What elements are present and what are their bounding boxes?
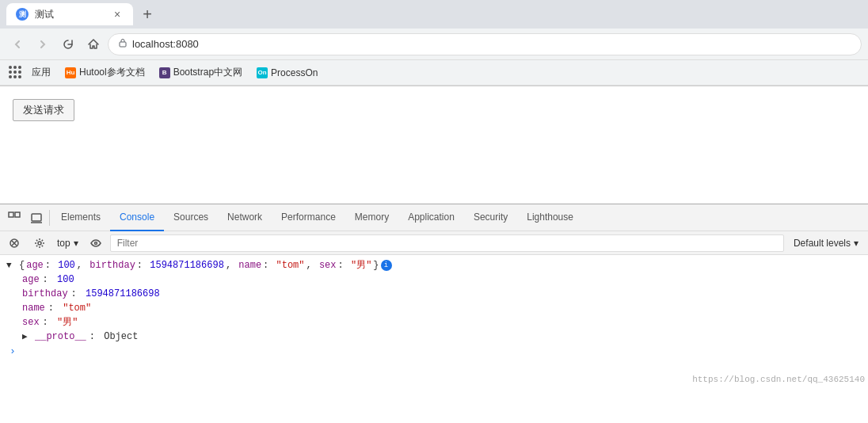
bookmark-processon-label: ProcessOn <box>271 67 318 78</box>
devtools-toolbar: Elements Console Sources Network Perform… <box>0 204 868 231</box>
console-expand-arrow[interactable]: ▼ <box>6 258 16 272</box>
tab-security[interactable]: Security <box>464 204 517 231</box>
prompt-arrow: › <box>10 345 16 357</box>
tab-title: 测试 <box>35 8 105 21</box>
send-request-button[interactable]: 发送请求 <box>13 99 74 121</box>
tab-lighthouse[interactable]: Lighthouse <box>517 204 583 231</box>
console-filter-input[interactable] <box>110 234 784 252</box>
proto-expand-arrow[interactable]: ▶ <box>22 330 32 344</box>
tab-console[interactable]: Console <box>110 204 164 231</box>
svg-point-6 <box>94 242 97 244</box>
property-age: age: 100 <box>22 272 862 287</box>
property-birthday: birthday: 1594871186698 <box>22 287 862 301</box>
console-settings-button[interactable] <box>29 232 51 254</box>
context-dropdown-arrow: ▾ <box>74 238 78 249</box>
watermark: https://blog.csdn.net/qq_43625140 <box>692 375 865 384</box>
title-bar: 测 测试 × + <box>0 0 868 29</box>
property-proto: ▶ __proto__: Object <box>22 330 862 344</box>
bookmark-processon[interactable]: On ProcessOn <box>250 66 324 80</box>
browser-chrome: 测 测试 × + localhost:8080 <box>0 0 868 86</box>
tab-network[interactable]: Network <box>218 204 272 231</box>
address-input-wrap[interactable]: localhost:8080 <box>108 33 862 55</box>
property-sex: sex: "男" <box>22 315 862 330</box>
default-levels-dropdown[interactable]: Default levels ▾ <box>787 238 865 249</box>
console-info-icon[interactable]: i <box>381 260 392 271</box>
tab-divider <box>49 210 50 226</box>
lock-icon <box>118 38 128 50</box>
bookmark-hutool[interactable]: Hu Hutool参考文档 <box>59 64 151 81</box>
tab-application[interactable]: Application <box>398 204 464 231</box>
tab-close-button[interactable]: × <box>111 8 124 21</box>
bookmarks-bar: 应用 Hu Hutool参考文档 B Bootstrap中文网 On Proce… <box>0 60 868 86</box>
console-secondary-toolbar: top ▾ Default levels ▾ <box>0 231 868 255</box>
console-clear-button[interactable] <box>3 232 25 254</box>
console-object-line: ▼ {age: 100, birthday: 1594871186698, na… <box>6 258 862 272</box>
tab-memory[interactable]: Memory <box>345 204 398 231</box>
devtools-device-button[interactable] <box>25 207 48 229</box>
devtools-panel: Elements Console Sources Network Perform… <box>0 204 868 386</box>
svg-rect-0 <box>120 42 126 47</box>
apps-icon[interactable] <box>6 64 24 82</box>
svg-point-5 <box>38 242 41 245</box>
new-tab-button[interactable]: + <box>136 3 158 25</box>
hutool-favicon: Hu <box>65 67 76 78</box>
console-eye-button[interactable] <box>85 232 107 254</box>
page-content: 发送请求 <box>0 86 868 204</box>
address-text: localhost:8080 <box>132 38 199 50</box>
devtools-inspect-button[interactable] <box>3 207 25 229</box>
context-selector[interactable]: top ▾ <box>54 234 82 252</box>
console-object-properties: age: 100 birthday: 1594871186698 name: "… <box>6 272 862 344</box>
bookmark-apps-label: 应用 <box>32 66 51 79</box>
address-bar: localhost:8080 <box>0 29 868 60</box>
refresh-button[interactable] <box>57 33 79 55</box>
back-button[interactable] <box>6 33 29 55</box>
bookmark-bootstrap-label: Bootstrap中文网 <box>173 66 242 79</box>
bootstrap-favicon: B <box>159 67 170 78</box>
console-output: ▼ {age: 100, birthday: 1594871186698, na… <box>0 255 868 386</box>
levels-dropdown-arrow: ▾ <box>854 238 858 249</box>
console-prompt[interactable]: › <box>6 344 862 359</box>
home-button[interactable] <box>82 33 105 55</box>
tab-area: 测 测试 × + <box>6 3 862 25</box>
svg-rect-1 <box>9 212 13 217</box>
bookmark-bootstrap[interactable]: B Bootstrap中文网 <box>153 64 249 81</box>
tab-performance[interactable]: Performance <box>272 204 345 231</box>
forward-button[interactable] <box>32 33 54 55</box>
tab-elements[interactable]: Elements <box>51 204 110 231</box>
property-name: name: "tom" <box>22 301 862 315</box>
svg-rect-2 <box>15 212 20 217</box>
svg-rect-3 <box>32 214 41 221</box>
bookmark-hutool-label: Hutool参考文档 <box>79 66 145 79</box>
active-tab[interactable]: 测 测试 × <box>6 3 133 25</box>
bookmark-apps[interactable]: 应用 <box>25 64 57 81</box>
tab-sources[interactable]: Sources <box>164 204 218 231</box>
console-main-content: {age: 100, birthday: 1594871186698, name… <box>19 258 392 272</box>
tab-favicon: 测 <box>16 8 29 21</box>
processon-favicon: On <box>257 67 268 78</box>
